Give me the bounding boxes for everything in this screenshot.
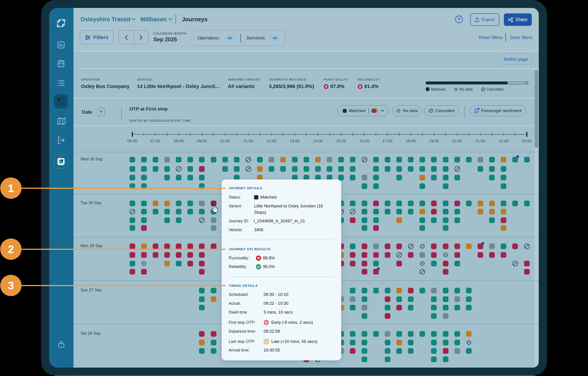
- svg-text:?: ?: [458, 17, 461, 22]
